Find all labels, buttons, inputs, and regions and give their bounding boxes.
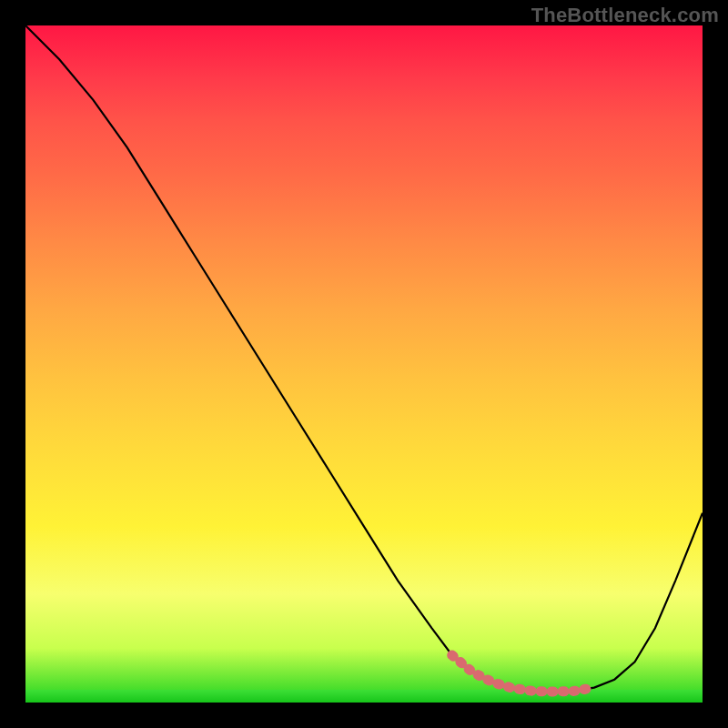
curve-overlay [25, 25, 703, 703]
plot-area [25, 25, 703, 703]
chart-frame: TheBottleneck.com [0, 0, 728, 728]
optimal-segment-highlight [452, 655, 594, 692]
bottleneck-curve [25, 25, 703, 692]
watermark-text: TheBottleneck.com [531, 4, 719, 27]
